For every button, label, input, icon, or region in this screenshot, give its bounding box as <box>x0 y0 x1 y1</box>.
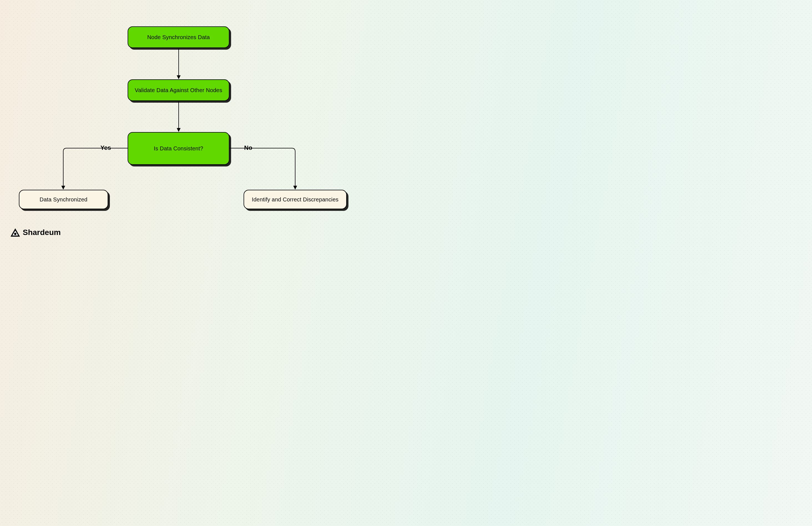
edge-decision-no <box>230 148 295 189</box>
node-no-result: Identify and Correct Discrepancies <box>244 190 347 209</box>
flowchart-canvas: Node Synchronizes Data Validate Data Aga… <box>0 0 379 245</box>
node-sync-label: Node Synchronizes Data <box>147 34 210 41</box>
shardeum-logo-icon <box>11 228 20 237</box>
node-no-result-label: Identify and Correct Discrepancies <box>252 196 339 203</box>
edge-decision-yes <box>63 148 128 189</box>
node-sync: Node Synchronizes Data <box>128 26 229 48</box>
node-validate: Validate Data Against Other Nodes <box>128 79 229 101</box>
brand-name: Shardeum <box>23 228 61 237</box>
brand-lockup: Shardeum <box>11 228 61 237</box>
node-yes-result-label: Data Synchronized <box>40 196 87 203</box>
svg-point-0 <box>14 233 16 235</box>
node-decision: Is Data Consistent? <box>128 132 229 165</box>
edge-label-yes: Yes <box>100 144 111 151</box>
node-decision-label: Is Data Consistent? <box>154 145 203 152</box>
node-validate-label: Validate Data Against Other Nodes <box>135 87 222 93</box>
edge-label-no: No <box>244 144 252 151</box>
node-yes-result: Data Synchronized <box>19 190 108 209</box>
